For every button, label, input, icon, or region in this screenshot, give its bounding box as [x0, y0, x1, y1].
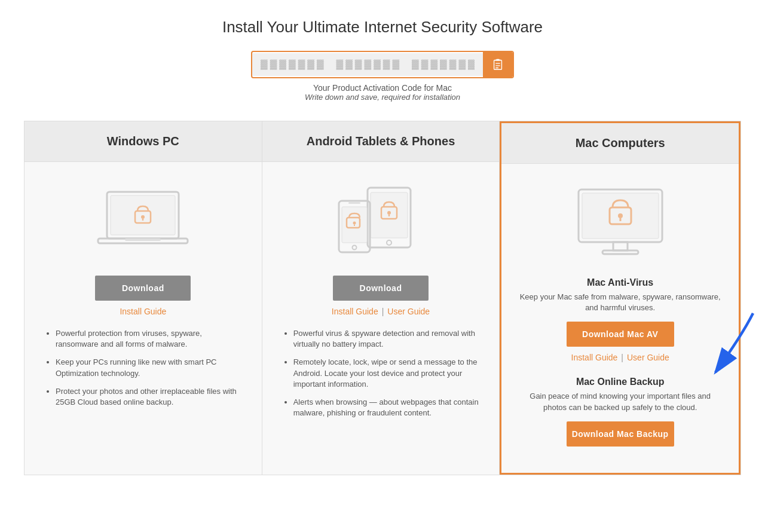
mac-av-user-guide-link[interactable]: User Guide — [627, 353, 669, 362]
svg-point-31 — [618, 213, 623, 218]
activation-label: Your Product Activation Code for Mac — [313, 83, 452, 93]
svg-rect-29 — [602, 250, 638, 254]
android-icon-area — [327, 180, 434, 264]
mac-av-title: Mac Anti-Virus — [587, 277, 653, 288]
android-download-button[interactable]: Download — [333, 276, 429, 301]
svg-rect-28 — [613, 242, 628, 250]
windows-bullet-list: Powerful protection from viruses, spywar… — [42, 328, 244, 415]
activation-sublabel: Write down and save, required for instal… — [305, 93, 460, 102]
mac-av-section: Mac Anti-Virus Keep your Mac safe from m… — [519, 277, 721, 362]
windows-card-title: Windows PC — [107, 134, 179, 148]
clipboard-icon — [491, 58, 504, 71]
windows-card: Windows PC — [25, 121, 262, 475]
mac-av-install-guide-link[interactable]: Install Guide — [571, 353, 618, 362]
android-card-header: Android Tablets & Phones — [262, 121, 500, 162]
windows-download-button[interactable]: Download — [95, 276, 191, 301]
windows-bullet-2: Keep your PCs running like new with smar… — [56, 357, 244, 378]
windows-install-guide-link[interactable]: Install Guide — [120, 307, 166, 316]
windows-bullet-1: Powerful protection from viruses, spywar… — [56, 328, 244, 350]
mac-av-description: Keep your Mac safe from malware, spyware… — [519, 292, 721, 313]
mac-backup-download-button[interactable]: Download Mac Backup — [567, 421, 674, 447]
android-user-guide-link[interactable]: User Guide — [387, 307, 430, 316]
phone-tablet-icon — [327, 183, 434, 261]
mac-card-body: Mac Anti-Virus Keep your Mac safe from m… — [501, 164, 739, 473]
page-title: Install Your Ultimate Internet Security … — [24, 18, 741, 36]
activation-input-row — [251, 51, 514, 78]
android-bullet-3: Alerts when browsing — about webpages th… — [293, 397, 482, 418]
android-guide-links: Install Guide | User Guide — [332, 307, 430, 316]
windows-bullet-3: Protect your photos and other irreplacea… — [56, 386, 244, 408]
mac-card-header: Mac Computers — [501, 123, 739, 164]
mac-av-guide-separator: | — [621, 353, 623, 362]
mac-av-download-button[interactable]: Download Mac AV — [567, 322, 674, 347]
mac-backup-description: Gain peace of mind knowing your importan… — [519, 391, 721, 412]
svg-point-15 — [387, 240, 391, 245]
mac-backup-title: Mac Online Backup — [576, 377, 665, 387]
svg-rect-22 — [348, 202, 360, 204]
android-guide-separator: | — [382, 307, 384, 316]
monitor-icon-area — [573, 182, 668, 265]
laptop-icon-area — [95, 180, 191, 264]
mac-card: Mac Computers — [500, 121, 740, 475]
cards-container: Windows PC — [24, 121, 741, 475]
android-card: Android Tablets & Phones — [262, 121, 500, 475]
clipboard-button[interactable] — [483, 52, 513, 77]
android-install-guide-link[interactable]: Install Guide — [332, 307, 378, 316]
cards-row: Windows PC — [24, 121, 741, 475]
svg-point-21 — [353, 246, 357, 250]
svg-rect-9 — [125, 239, 161, 241]
android-bullet-list: Powerful virus & spyware detection and r… — [280, 328, 482, 426]
windows-card-body: Download Install Guide Powerful protecti… — [25, 162, 262, 475]
windows-card-header: Windows PC — [25, 121, 262, 162]
android-card-body: Download Install Guide | User Guide Powe… — [262, 162, 500, 475]
svg-point-17 — [387, 211, 391, 215]
android-card-title: Android Tablets & Phones — [307, 134, 455, 148]
monitor-icon — [573, 185, 668, 262]
mac-av-guide-links: Install Guide | User Guide — [571, 353, 669, 362]
mac-backup-section: Mac Online Backup Gain peace of mind kno… — [519, 377, 721, 446]
android-bullet-1: Powerful virus & spyware detection and r… — [293, 328, 482, 350]
activation-code-input[interactable] — [252, 53, 483, 76]
mac-card-title: Mac Computers — [576, 136, 665, 149]
android-bullet-2: Remotely locate, lock, wipe or send a me… — [293, 357, 482, 390]
page-wrapper: Install Your Ultimate Internet Security … — [0, 0, 765, 493]
svg-point-11 — [141, 215, 145, 219]
laptop-icon — [95, 186, 191, 258]
activation-area: Your Product Activation Code for Mac Wri… — [24, 51, 741, 102]
svg-point-24 — [353, 222, 356, 225]
